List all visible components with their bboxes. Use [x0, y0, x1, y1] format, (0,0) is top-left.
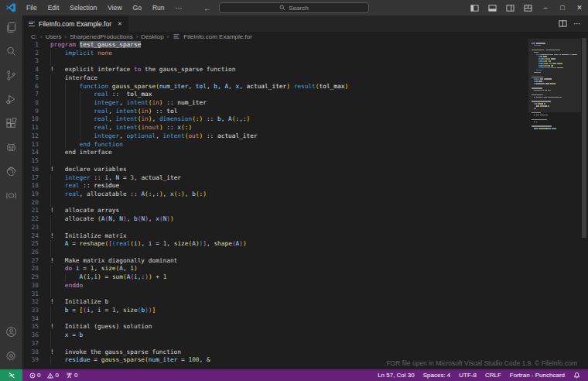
radio-tower-icon [66, 372, 73, 379]
code-line[interactable]: 8 integer, intent(in) :: num_iter [22, 99, 588, 108]
customize-layout-icon[interactable] [524, 4, 532, 12]
problems-warnings[interactable]: 0 [47, 372, 58, 379]
breadcrumb-desktop[interactable]: Desktop [141, 33, 163, 40]
breadcrumb-users[interactable]: Users [46, 33, 62, 40]
search-icon[interactable] [0, 39, 22, 64]
code-line[interactable]: 13 end function [22, 141, 588, 149]
explorer-icon[interactable] [0, 15, 22, 39]
maximize-button[interactable]: □ [554, 0, 571, 15]
code-line[interactable]: 15 [22, 157, 588, 166]
forwarded-ports[interactable]: 0 [66, 372, 77, 379]
split-editor-icon[interactable] [559, 19, 567, 28]
code-line[interactable]: 9 real, intent(in) :: tol [22, 108, 588, 116]
vscode-window: File Edit Selection View Go Run ⋯ ← → Se… [0, 0, 588, 381]
code-line[interactable]: 26 [22, 249, 588, 257]
close-button[interactable]: ✕ [571, 0, 588, 15]
toggle-secondary-sidebar-icon[interactable] [506, 4, 514, 12]
code-line[interactable]: 14 end interface [22, 149, 588, 157]
editor-more-actions-icon[interactable]: ⋯ [573, 19, 582, 28]
toggle-panel-icon[interactable] [488, 4, 497, 12]
menu-edit[interactable]: Edit [43, 0, 65, 15]
bell-icon [573, 372, 580, 379]
code-line[interactable]: 5 interface [22, 74, 588, 83]
remote-indicator[interactable] [0, 369, 22, 381]
tab-close-icon[interactable]: ✕ [118, 21, 122, 27]
language-mode-indicator[interactable]: Fortran - Punchcard [510, 372, 565, 379]
code-editor[interactable]: 1program test_gauss_sparse2 implicit non… [22, 41, 588, 369]
code-line[interactable]: 23 [22, 224, 588, 232]
code-line[interactable]: 32! Initialize b [22, 298, 588, 307]
code-line[interactable]: 28 do i = 1, size(A, 1) [22, 265, 588, 273]
code-line[interactable]: 11 real, intent(inout) :: x(:) [22, 124, 588, 132]
code-line[interactable]: 30 enddo [22, 282, 588, 290]
code-line[interactable]: 16! declare variables [22, 166, 588, 174]
code-line[interactable]: 21! allocate arrays [22, 207, 588, 215]
edge-browser-icon[interactable] [0, 160, 22, 184]
docker-icon[interactable] [0, 136, 22, 160]
code-line[interactable]: 19 real, allocatable :: A(:,:), x(:), b(… [22, 190, 588, 199]
code-line[interactable]: 17 integer :: i, N = 3, actual_iter [22, 174, 588, 183]
breadcrumb-drive[interactable]: C: [31, 33, 37, 40]
source-control-icon[interactable] [0, 64, 22, 88]
editor-watermark: .FOR file open in Microsoft Visual Studi… [385, 359, 577, 367]
ports-count: 0 [74, 372, 77, 379]
settings-gear-icon[interactable] [0, 344, 22, 368]
nav-back-button[interactable]: ← [198, 4, 217, 12]
tab-fileinfo-example[interactable]: FileInfo.com Example.for ✕ [22, 15, 129, 32]
breadcrumb-file[interactable]: FileInfo.com Example.for [183, 33, 251, 40]
menu-view[interactable]: View [102, 0, 127, 15]
eol-indicator[interactable]: CRLF [485, 372, 501, 379]
problems-errors[interactable]: 0 [29, 372, 40, 379]
code-line[interactable]: 4! explicit interface to the gauss_spars… [22, 66, 588, 74]
tab-bar: FileInfo.com Example.for ✕ ⋯ [22, 15, 588, 32]
menu-selection[interactable]: Selection [64, 0, 102, 15]
search-placeholder: Search [289, 5, 308, 12]
code-line[interactable]: 12 integer, optional, intent(out) :: act… [22, 132, 588, 141]
code-line[interactable]: 7 real :: tol_max [22, 91, 588, 99]
code-line[interactable]: 6 function gauss_sparse(num_iter, tol, b… [22, 83, 588, 91]
code-line[interactable]: 37 [22, 340, 588, 348]
code-line[interactable]: 1program test_gauss_sparse [22, 41, 588, 50]
code-line[interactable]: 24! Initialize matrix [22, 232, 588, 241]
minimap[interactable] [528, 41, 581, 180]
code-line[interactable]: 22 allocate (A(N, N), b(N), x(N)) [22, 215, 588, 224]
scrollbar-thumb[interactable] [582, 38, 586, 238]
menu-run[interactable]: Run [147, 0, 170, 15]
breadcrumb-user[interactable]: SharpenedProductions [70, 33, 132, 40]
code-line[interactable]: 20 [22, 199, 588, 208]
account-icon[interactable] [0, 320, 22, 344]
status-bar: 0 0 0 Ln 57, Col 30 Spaces: 4 UTF-8 CRLF… [0, 369, 588, 381]
chevron-icon: › [167, 33, 169, 40]
code-line[interactable]: 31 [22, 290, 588, 299]
line-col-indicator[interactable]: Ln 57, Col 30 [378, 372, 415, 379]
menu-more[interactable]: ⋯ [170, 0, 188, 15]
toggle-sidebar-icon[interactable] [470, 4, 479, 12]
indentation-indicator[interactable]: Spaces: 4 [423, 372, 451, 379]
encoding-indicator[interactable]: UTF-8 [459, 372, 477, 379]
code-line[interactable]: 34 [22, 315, 588, 324]
code-line[interactable]: 38! invoke the gauss_sparse function [22, 348, 588, 357]
code-line[interactable]: 3 [22, 57, 588, 66]
code-line[interactable]: 35! Initial (guess) solution [22, 323, 588, 331]
code-line[interactable]: 2 implicit none [22, 50, 588, 58]
fortran-punchcard-file-icon [174, 33, 179, 39]
run-debug-icon[interactable] [0, 88, 22, 112]
minimize-button[interactable]: – [537, 0, 554, 15]
code-line[interactable]: 36 x = b [22, 331, 588, 340]
vertical-scrollbar[interactable] [581, 41, 586, 369]
notifications-bell[interactable] [573, 372, 582, 379]
menu-go[interactable]: Go [128, 0, 147, 15]
code-line[interactable]: 18 real :: residue [22, 182, 588, 190]
code-line[interactable]: 29 A(i,i) = sum(A(i,:)) + 1 [22, 273, 588, 282]
code-line[interactable]: 10 real, intent(in), dimension(:) :: b, … [22, 115, 588, 124]
code-line[interactable]: 25 A = reshape([(real(i), i = 1, size(A)… [22, 240, 588, 249]
menu-file[interactable]: File [21, 0, 43, 15]
title-bar: File Edit Selection View Go Run ⋯ ← → Se… [0, 0, 588, 15]
chevron-icon: › [65, 33, 67, 40]
command-center-search[interactable]: Search [219, 2, 369, 13]
copilot-icon[interactable] [0, 184, 22, 208]
code-line[interactable]: 27! Make matrix diagonally dominant [22, 257, 588, 266]
error-icon [29, 372, 36, 379]
extensions-icon[interactable] [0, 112, 22, 136]
code-line[interactable]: 33 b = [(i, i = 1, size(b))] [22, 307, 588, 315]
